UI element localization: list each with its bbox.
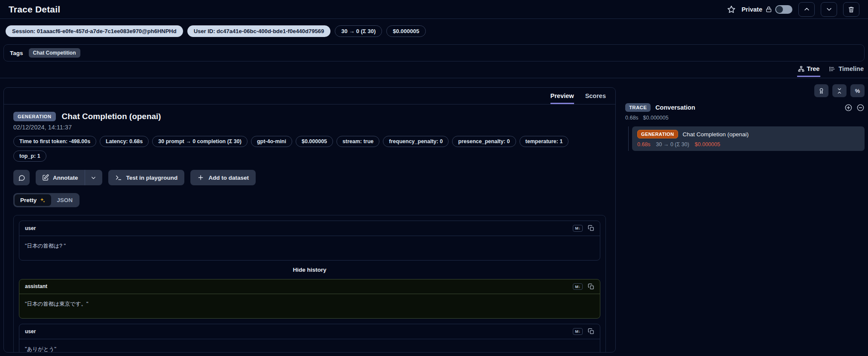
json-toggle[interactable]: JSON [51, 194, 78, 206]
panel-tabbar: Preview Scores [4, 88, 615, 104]
expand-all-icon[interactable] [844, 104, 853, 112]
markdown-toggle-icon[interactable]: M↓ [573, 225, 583, 232]
tree-icon [798, 66, 804, 72]
award-icon [818, 88, 825, 94]
tab-scores[interactable]: Scores [585, 92, 606, 104]
scores-toggle-button[interactable] [814, 84, 828, 97]
delete-trace-button[interactable] [843, 2, 859, 17]
trace-cost: $0.000005 [643, 115, 669, 121]
metric-presence-penalty: presence_penalty: 0 [452, 136, 516, 147]
annotate-label: Annotate [53, 175, 78, 181]
message-assistant: assistant M↓ "日本の首都は東京です。" [19, 279, 600, 319]
playground-button[interactable]: Test in playground [108, 170, 185, 185]
generation-badge: GENERATION [637, 130, 678, 138]
tab-timeline-label: Timeline [838, 65, 864, 72]
message-content: "日本の首都は? " [19, 236, 600, 260]
bookmark-star-icon[interactable] [727, 5, 736, 14]
percent-icon: % [855, 88, 860, 94]
next-trace-button[interactable] [821, 2, 837, 17]
trace-root-row[interactable]: TRACE Conversation [623, 103, 865, 112]
timeline-icon [829, 66, 836, 72]
markdown-toggle-icon[interactable]: M↓ [573, 283, 583, 290]
metric-cost: $0.000005 [296, 136, 333, 147]
privacy-label: Private [742, 6, 762, 13]
session-badge[interactable]: Session: 01aaacf6-e0fe-457d-a7de-7c1ee08… [6, 25, 183, 37]
observation-timestamp: 02/12/2024, 14:11:37 [13, 124, 606, 131]
messages-container: user M↓ "日本の首都は? " Hide history assistan… [13, 215, 606, 353]
trace-tree-sidebar: % TRACE Conversation 0.68s $0.000005 GEN… [623, 84, 865, 151]
observation-panel: Preview Scores GENERATION Chat Completio… [3, 87, 616, 353]
observation-title: Chat Completion (openai) [62, 112, 161, 121]
pretty-toggle[interactable]: Pretty [15, 194, 51, 206]
trash-icon [848, 6, 855, 13]
format-toggle: Pretty JSON [13, 193, 79, 207]
collapse-tree-icon[interactable] [856, 104, 865, 112]
trace-meta-badges: Session: 01aaacf6-e0fe-457d-a7de-7c1ee08… [6, 25, 426, 37]
tab-timeline[interactable]: Timeline [828, 64, 865, 77]
chevron-down-icon [826, 6, 832, 12]
trace-badge: TRACE [625, 103, 651, 112]
tab-preview[interactable]: Preview [550, 92, 574, 104]
public-toggle[interactable] [775, 5, 792, 14]
tree-children: GENERATION Chat Completion (openai) 0.68… [628, 126, 865, 151]
metric-temperature: temperature: 1 [520, 136, 569, 147]
prev-trace-button[interactable] [798, 2, 815, 17]
metric-stream: stream: true [336, 136, 379, 147]
tab-tree-label: Tree [807, 65, 820, 72]
collapse-all-button[interactable] [832, 84, 847, 97]
copy-icon[interactable] [588, 328, 594, 335]
copy-icon[interactable] [588, 225, 594, 231]
tabs-divider [0, 78, 868, 78]
message-content: "日本の首都は東京です。" [19, 294, 600, 318]
comment-icon [18, 174, 25, 181]
page-header: Trace Detail Private [0, 0, 868, 19]
tree-controls: % [623, 84, 865, 97]
metric-frequency-penalty: frequency_penalty: 0 [383, 136, 449, 147]
page-title: Trace Detail [9, 4, 60, 15]
comment-button[interactable] [13, 170, 30, 185]
actions-row: Annotate Test in playground Add to datas… [13, 170, 606, 185]
metric-top-p: top_p: 1 [13, 150, 46, 162]
tree-item-generation[interactable]: GENERATION Chat Completion (openai) 0.68… [632, 126, 865, 151]
trace-metrics: 0.68s $0.000005 [623, 115, 865, 121]
annotate-button[interactable]: Annotate [36, 170, 85, 185]
chevron-down-icon [91, 175, 96, 181]
annotate-split-button: Annotate [36, 170, 102, 185]
message-role: assistant [25, 283, 47, 289]
terminal-icon [115, 174, 122, 181]
chevrons-collapse-icon [836, 88, 843, 94]
show-metrics-button[interactable]: % [850, 84, 865, 97]
metric-tokens: 30 prompt → 0 completion (Σ 30) [152, 136, 248, 147]
privacy-control: Private [742, 5, 792, 14]
generation-type-badge: GENERATION [13, 112, 56, 121]
tree-item-latency: 0.68s [637, 141, 651, 147]
metric-latency: Latency: 0.68s [100, 136, 149, 147]
view-tabs: Tree Timeline [797, 64, 865, 77]
metric-model[interactable]: gpt-4o-mini [251, 136, 292, 147]
observation-metrics: Time to first token: -498.00s Latency: 0… [13, 136, 589, 162]
plus-icon [197, 174, 204, 181]
chevron-up-icon [804, 6, 810, 12]
tab-tree[interactable]: Tree [797, 64, 821, 77]
markdown-toggle-icon[interactable]: M↓ [573, 328, 583, 335]
sparkles-icon [40, 197, 46, 203]
tree-item-title: Chat Completion (openai) [683, 131, 749, 138]
edit-icon [42, 174, 49, 181]
lock-icon [765, 6, 772, 13]
cost-badge: $0.000005 [386, 25, 425, 37]
trace-latency: 0.68s [625, 115, 639, 121]
tag-chip[interactable]: Chat Competition [29, 48, 80, 58]
hide-history-button[interactable]: Hide history [19, 267, 600, 273]
message-role: user [25, 225, 36, 231]
message-content: "ありがとう" [19, 339, 600, 353]
tags-label: Tags [10, 50, 23, 56]
user-id-badge[interactable]: User ID: dc47a41e-06bc-400d-bde1-f0e440d… [187, 25, 331, 37]
token-usage-badge: 30 → 0 (Σ 30) [335, 25, 382, 37]
message-role: user [25, 328, 36, 335]
metric-time-to-first-token: Time to first token: -498.00s [13, 136, 96, 147]
tree-item-tokens: 30 → 0 (Σ 30) [656, 141, 689, 147]
copy-icon[interactable] [588, 283, 594, 290]
annotate-dropdown-button[interactable] [85, 170, 102, 185]
message-user-2: user M↓ "ありがとう" [19, 324, 600, 353]
add-to-dataset-button[interactable]: Add to dataset [190, 170, 256, 185]
